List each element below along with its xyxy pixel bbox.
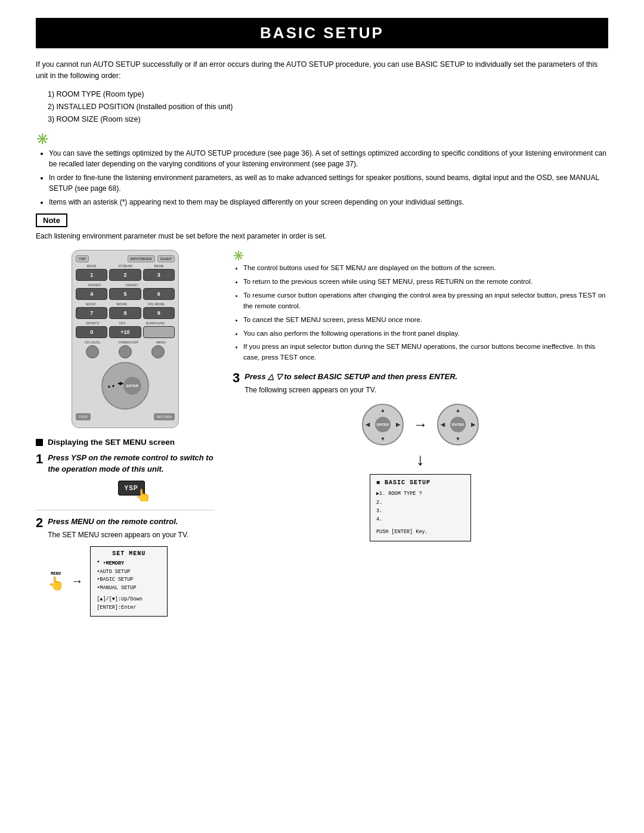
nav-down-arrow: ▼ — [112, 384, 116, 388]
section-header: Displaying the SET MENU screen — [36, 438, 215, 447]
tip-section: ✳️ You can save the settings optimized b… — [36, 132, 608, 208]
chlevel-labels: CH LEVEL CINEMA DSP MENU — [76, 340, 175, 344]
btn-0: 0 — [76, 326, 107, 338]
btn-5: 5 — [109, 288, 141, 300]
btn-plus10: +10 — [109, 326, 141, 338]
step-2-sub: The SET MENU screen appears on your TV. — [48, 529, 215, 540]
step-3-sub: The following screen appears on your TV. — [244, 385, 608, 395]
nav2-left: ◀ — [441, 422, 445, 428]
step-2-title: Press MENU on the remote control. — [48, 516, 215, 527]
ysp-button: YSP — [76, 255, 89, 262]
arrow-right: → — [71, 574, 83, 588]
tip-bullet-1: You can save the settings optimized by t… — [49, 148, 608, 170]
step-3: 3 Press △ ▽ to select BASIC SETUP and th… — [233, 371, 608, 395]
ysp-btn-illustration: YSP 👆 — [48, 481, 215, 496]
test-button: TEST — [76, 413, 91, 420]
btn-4: 4 — [76, 288, 107, 300]
menu-item-1: * •MEMORY — [97, 560, 161, 568]
hand-icon-2: 👆 — [48, 576, 64, 592]
nav1-left: ◀ — [366, 422, 370, 428]
basic-setup-item-5: PUSH [ENTER] Key. — [376, 528, 465, 536]
right-bullets: The control buttons used for SET MENU ar… — [243, 263, 608, 363]
list-item-3: 3) ROOM SIZE (Room size) — [48, 113, 608, 126]
basic-setup-screen: ■ BASIC SETUP ▶1. ROOM TYPE ? 2. 3. 4. P… — [370, 474, 471, 541]
inputmode-button: INPUTMODE — [128, 255, 155, 262]
right-bullet-1: The control buttons used for SET MENU ar… — [243, 263, 608, 274]
list-item-2: 2) INSTALLED POSITION (Installed positio… — [48, 101, 608, 113]
stereo-labels: STEREO TARGET — [76, 283, 175, 287]
menu-item-6: [ENTER]:Enter — [97, 604, 161, 612]
menu-hand: MENU 👆 — [48, 571, 64, 592]
menu-screen-title: SET MENU — [97, 550, 161, 557]
menu-screen: SET MENU * •MEMORY •AUTO SETUP •BASIC SE… — [90, 546, 168, 617]
note-text: Each listening environment parameter mus… — [36, 231, 608, 241]
note-box: Note — [36, 213, 67, 227]
nav-right-arrow: ▶ — [120, 381, 123, 386]
nav1-down: ▼ — [380, 436, 386, 442]
menu-item-5: [▲]/[▼]:Up/Down — [97, 596, 161, 604]
nav1-enter: ENTER — [375, 417, 391, 432]
menu-label: MENU — [48, 571, 64, 576]
return-button: RETURN — [154, 413, 175, 420]
num-grid-4: 0 +10 — [76, 326, 175, 338]
nav2-enter: ENTER — [450, 417, 466, 432]
right-bullet-3: To resume cursor button operations after… — [243, 290, 608, 312]
numbered-list: 1) ROOM TYPE (Room type) 2) INSTALLED PO… — [48, 88, 608, 126]
step-3-content: Press △ ▽ to select BASIC SETUP and then… — [244, 371, 608, 395]
step-1-number: 1 — [36, 453, 43, 466]
left-column: YSP INPUTMODE SLEEP BEAM ST.BEAM BEAM 1 … — [36, 250, 215, 630]
music-labels: MUSIC MOVIE VOL MODE — [76, 302, 175, 306]
btn-9: 9 — [143, 307, 175, 319]
step-3-area: 3 Press △ ▽ to select BASIC SETUP and th… — [233, 371, 608, 541]
btn-6: 6 — [143, 288, 175, 300]
tip-bullet-2: In order to fine-tune the listening envi… — [49, 172, 608, 194]
remote-top-row: YSP INPUTMODE SLEEP — [76, 255, 175, 262]
test-return-row: TEST RETURN — [76, 413, 175, 420]
num-grid-3: 7 8 9 — [76, 307, 175, 319]
right-bullet-5: You can also perform the following opera… — [243, 329, 608, 339]
nav1-up: ▲ — [380, 407, 386, 413]
num-grid-1: 1 2 3 — [76, 269, 175, 281]
nav2-up: ▲ — [456, 407, 461, 413]
basic-setup-title: ■ BASIC SETUP — [376, 479, 465, 486]
basic-setup-item-3: 3. — [376, 507, 465, 515]
step-divider — [36, 510, 215, 510]
nav-circle-1-wrap: ▲ ▼ ◀ ▶ ENTER — [362, 404, 404, 445]
right-column: ✳️ The control buttons used for SET MENU… — [233, 250, 608, 630]
btn-2: 2 — [109, 269, 141, 281]
round-buttons-row — [76, 345, 175, 358]
intro-text: If you cannot run AUTO SETUP successfull… — [36, 59, 608, 82]
black-square-icon — [36, 439, 43, 446]
nav2-right: ▶ — [471, 422, 475, 428]
section-header-label: Displaying the SET MENU screen — [48, 438, 175, 447]
step-3-title: Press △ ▽ to select BASIC SETUP and then… — [244, 371, 608, 382]
tip-bullets: You can save the settings optimized by t… — [49, 148, 608, 208]
btn-8: 8 — [109, 307, 141, 319]
beam-labels: BEAM ST.BEAM BEAM — [76, 264, 175, 268]
right-bullet-4: To cancel the SET MENU screen, press MEN… — [243, 315, 608, 326]
arrow-right-2: → — [413, 416, 428, 433]
menu-illustration: MENU 👆 → SET MENU * •MEMORY •AUTO SETUP … — [48, 546, 215, 617]
ysp-btn-wrap: YSP 👆 — [118, 481, 145, 496]
step-2: 2 Press MENU on the remote control. The … — [36, 516, 215, 623]
right-tip-section: ✳️ The control buttons used for SET MENU… — [233, 250, 608, 363]
hand-icon: 👆 — [135, 488, 151, 501]
right-tip-icon: ✳️ — [233, 250, 608, 261]
step-1: 1 Press YSP on the remote control to swi… — [36, 453, 215, 501]
nav1-right: ▶ — [396, 422, 400, 428]
menu-item-3: •BASIC SETUP — [97, 576, 161, 584]
main-content: YSP INPUTMODE SLEEP BEAM ST.BEAM BEAM 1 … — [36, 250, 608, 630]
round-btn-2 — [119, 345, 132, 358]
round-btn-3 — [151, 345, 165, 358]
remote-nav: ▲ ▼ ◀ ▶ ENTER — [101, 362, 149, 410]
remote-illustration: YSP INPUTMODE SLEEP BEAM ST.BEAM BEAM 1 … — [36, 250, 215, 428]
step-1-title: Press YSP on the remote control to switc… — [48, 453, 215, 474]
menu-item-4: •MANUAL SETUP — [97, 584, 161, 593]
nav-circle-2: ▲ ▼ ◀ ▶ ENTER — [437, 404, 479, 445]
sleep-button: SLEEP — [157, 255, 175, 262]
tip-bullet-3: Items with an asterisk (*) appearing nex… — [49, 197, 608, 208]
nav-circle-1: ▲ ▼ ◀ ▶ ENTER — [362, 404, 404, 445]
tip-icon: ✳️ — [36, 132, 608, 145]
step-3-number: 3 — [233, 371, 240, 385]
step-1-content: Press YSP on the remote control to switc… — [48, 453, 215, 501]
